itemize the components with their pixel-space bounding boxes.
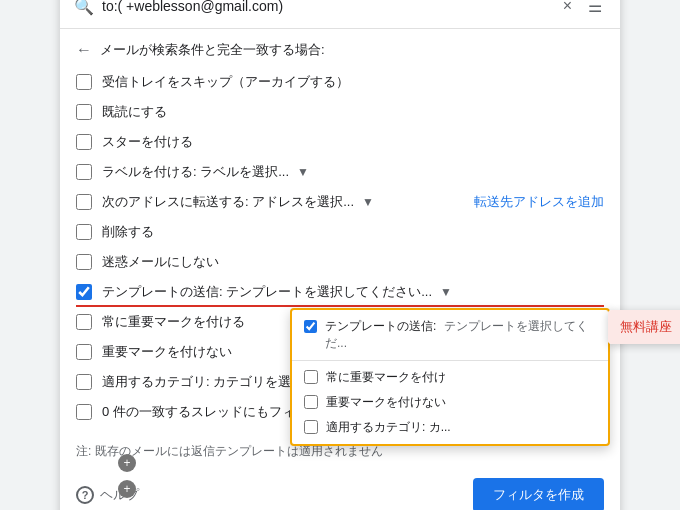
option-mark-read-label: 既読にする (102, 103, 604, 121)
dropdown-template-header: テンプレートの送信: テンプレートを選択してくだ... (325, 318, 596, 352)
search-query: to:( +weblesson@gmail.com) (102, 0, 551, 14)
checkbox-spam[interactable] (76, 254, 92, 270)
forward-dropdown-arrow[interactable]: ▼ (362, 195, 374, 209)
add-forward-address-link[interactable]: 転送先アドレスを追加 (474, 193, 604, 211)
option-star: スターを付ける (76, 127, 604, 157)
option-skip-inbox-label: 受信トレイをスキップ（アーカイブする） (102, 73, 604, 91)
option-delete: 削除する (76, 217, 604, 247)
option-forward-label: 次のアドレスに転送する: アドレスを選択... ▼ (102, 193, 464, 211)
dropdown-checkbox-not-important[interactable] (304, 395, 318, 409)
checkbox-template[interactable] (76, 284, 92, 300)
checkbox-important[interactable] (76, 314, 92, 330)
search-query-text: to:( +weblesson@gmail.com) (102, 0, 283, 14)
checkbox-delete[interactable] (76, 224, 92, 240)
search-bar: 🔍 to:( +weblesson@gmail.com) × ⚌ (60, 0, 620, 29)
checkbox-skip-inbox[interactable] (76, 74, 92, 90)
dropdown-sub-row-not-important: 重要マークを付けない (292, 390, 608, 415)
dropdown-checkbox-category[interactable] (304, 420, 318, 434)
dropdown-sub-row-important: 常に重要マークを付け (292, 365, 608, 390)
checkbox-star[interactable] (76, 134, 92, 150)
template-dropdown-arrow[interactable]: ▼ (440, 285, 452, 299)
search-close-icon[interactable]: × (559, 0, 576, 17)
filter-dialog: 🔍 to:( +weblesson@gmail.com) × ⚌ ← メールが検… (60, 0, 620, 510)
help-icon: ? (76, 486, 94, 504)
footer: ? ヘルプ フィルタを作成 (60, 468, 620, 511)
label-dropdown-arrow[interactable]: ▼ (297, 165, 309, 179)
search-icon: 🔍 (74, 0, 94, 16)
back-row: ← メールが検索条件と完全一致する場合: (60, 29, 620, 67)
option-template: テンプレートの送信: テンプレートを選択してください... ▼ (76, 277, 604, 307)
dropdown-checkbox-important[interactable] (304, 370, 318, 384)
checkbox-category[interactable] (76, 374, 92, 390)
back-label: メールが検索条件と完全一致する場合: (100, 41, 325, 59)
checkbox-forward[interactable] (76, 194, 92, 210)
option-forward: 次のアドレスに転送する: アドレスを選択... ▼ 転送先アドレスを追加 (76, 187, 604, 217)
dropdown-sub-rows: 常に重要マークを付け 重要マークを付けない 適用するカテゴリ: カ... (292, 361, 608, 444)
template-dropdown-overlay: テンプレートの送信: テンプレートを選択してくだ... 無料講座 常に重要マーク… (290, 308, 610, 446)
option-delete-label: 削除する (102, 223, 604, 241)
checkbox-not-important[interactable] (76, 344, 92, 360)
create-filter-button[interactable]: フィルタを作成 (473, 478, 604, 511)
option-label: ラベルを付ける: ラベルを選択... ▼ (76, 157, 604, 187)
template-option-free-course[interactable]: 無料講座 (608, 310, 680, 344)
plus-button-1[interactable]: + (118, 454, 136, 472)
dropdown-template-checkbox[interactable] (304, 320, 317, 333)
option-spam-label: 迷惑メールにしない (102, 253, 604, 271)
plus-button-2[interactable]: + (118, 480, 136, 498)
option-template-label: テンプレートの送信: テンプレートを選択してください... ▼ (102, 283, 604, 301)
checkbox-mark-read[interactable] (76, 104, 92, 120)
search-filter-icon[interactable]: ⚌ (584, 0, 606, 18)
checkbox-also-apply[interactable] (76, 404, 92, 420)
back-arrow-icon[interactable]: ← (76, 41, 92, 59)
checkbox-label[interactable] (76, 164, 92, 180)
dropdown-sub-row-category: 適用するカテゴリ: カ... (292, 415, 608, 440)
option-star-label: スターを付ける (102, 133, 604, 151)
option-skip-inbox: 受信トレイをスキップ（アーカイブする） (76, 67, 604, 97)
option-label-label: ラベルを付ける: ラベルを選択... ▼ (102, 163, 604, 181)
option-spam: 迷惑メールにしない (76, 247, 604, 277)
option-mark-read: 既読にする (76, 97, 604, 127)
